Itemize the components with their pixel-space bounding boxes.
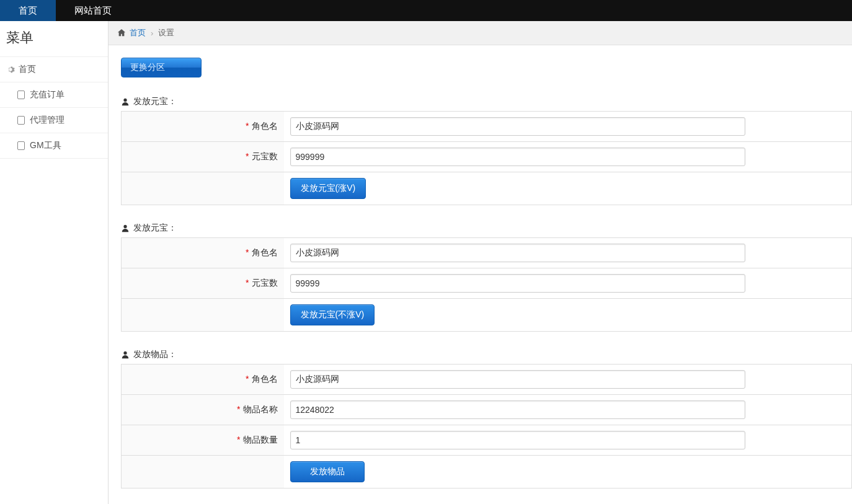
sidebar-item-home[interactable]: 首页	[0, 57, 108, 82]
section2-submit-button[interactable]: 发放元宝(不涨V)	[290, 304, 375, 325]
sidebar: 菜单 首页 充值订单 代理管理 GM工具	[0, 21, 109, 504]
sidebar-item-agent[interactable]: 代理管理	[0, 108, 108, 133]
section3-item-label: 物品名称	[243, 404, 278, 414]
section1-role-label: 角色名	[252, 121, 278, 131]
document-icon	[17, 141, 25, 150]
document-icon	[17, 91, 25, 99]
svg-point-0	[123, 99, 126, 102]
section1-header: 发放元宝：	[109, 92, 852, 111]
section2-amount-label: 元宝数	[252, 278, 278, 288]
section2-form: *角色名 *元宝数 发放元宝(不涨V)	[121, 237, 852, 332]
change-zone-button[interactable]: 更换分区	[121, 58, 202, 77]
section3-submit-button[interactable]: 发放物品	[290, 461, 365, 482]
person-icon	[121, 224, 130, 232]
section3-role-label: 角色名	[252, 374, 278, 384]
sidebar-item-recharge[interactable]: 充值订单	[0, 82, 108, 108]
topbar-site-home[interactable]: 网站首页	[56, 0, 130, 21]
section1-amount-input[interactable]	[290, 148, 745, 166]
section2-role-label: 角色名	[252, 247, 278, 257]
section1-form: *角色名 *元宝数 发放元宝(涨V)	[121, 111, 852, 205]
section1-role-input[interactable]	[290, 117, 745, 136]
svg-point-2	[123, 351, 126, 355]
main-content: 首页 › 设置 更换分区 发放元宝： *角色名 *元宝数	[109, 21, 852, 504]
section3-header: 发放物品：	[109, 345, 852, 364]
section3-title: 发放物品：	[133, 349, 177, 360]
section3-qty-input[interactable]	[290, 431, 745, 449]
breadcrumb-home[interactable]: 首页	[130, 27, 146, 38]
section2-title: 发放元宝：	[133, 223, 177, 234]
sidebar-gm-label: GM工具	[30, 140, 61, 151]
section3-qty-label: 物品数量	[243, 435, 278, 444]
svg-point-1	[123, 225, 126, 228]
topbar-home[interactable]: 首页	[0, 0, 56, 21]
section2-header: 发放元宝：	[109, 219, 852, 237]
breadcrumb-current: 设置	[158, 27, 174, 38]
section3-role-input[interactable]	[290, 370, 745, 389]
sidebar-recharge-label: 充值订单	[30, 89, 64, 100]
section1-submit-button[interactable]: 发放元宝(涨V)	[290, 178, 366, 199]
section3-form: *角色名 *物品名称 *物品数量 发放物品	[121, 364, 852, 489]
sidebar-title: 菜单	[0, 21, 108, 57]
section1-amount-label: 元宝数	[252, 151, 278, 161]
sidebar-item-gm[interactable]: GM工具	[0, 133, 108, 159]
sidebar-home-label: 首页	[19, 64, 36, 75]
section2-amount-input[interactable]	[290, 274, 745, 293]
breadcrumb-separator: ›	[151, 29, 153, 38]
home-icon	[117, 29, 126, 37]
section3-item-input[interactable]	[290, 400, 745, 419]
document-icon	[17, 116, 25, 125]
sidebar-agent-label: 代理管理	[30, 115, 64, 126]
topbar: 首页 网站首页	[0, 0, 852, 21]
section2-role-input[interactable]	[290, 244, 745, 262]
gear-icon	[6, 65, 15, 74]
person-icon	[121, 350, 130, 359]
breadcrumb: 首页 › 设置	[109, 21, 852, 45]
section1-title: 发放元宝：	[133, 96, 177, 107]
person-icon	[121, 97, 130, 106]
